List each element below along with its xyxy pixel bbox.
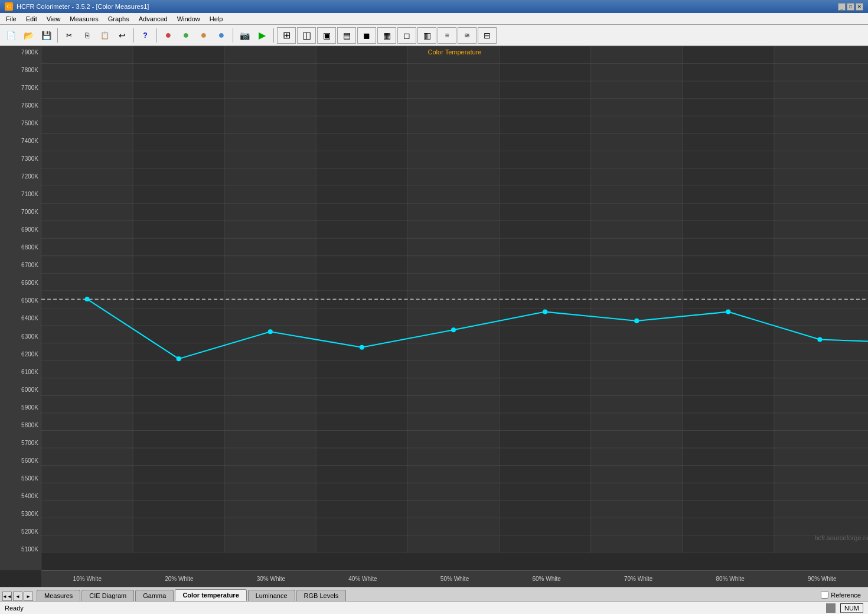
y-label-7900: 7900K xyxy=(2,48,38,57)
restore-button[interactable]: □ xyxy=(847,3,854,11)
chart-view-7[interactable]: ◻ xyxy=(397,27,416,44)
status-icon xyxy=(826,603,836,613)
play-button[interactable]: ▶ xyxy=(254,27,270,44)
watermark: hcfr.sourceforge.net xyxy=(814,534,868,541)
paste-button[interactable]: 📋 xyxy=(96,27,113,44)
data-point-50 xyxy=(451,327,456,332)
close-button[interactable]: ✕ xyxy=(856,3,863,11)
chart-view-6[interactable]: ▦ xyxy=(377,27,396,44)
open-button[interactable]: 📂 xyxy=(20,27,37,44)
tab-color-temperature[interactable]: Color temperature xyxy=(175,589,246,601)
y-axis: 7900K 7800K 7700K 7600K 7500K 7400K 7300… xyxy=(0,46,41,570)
tab-rgb-levels[interactable]: RGB Levels xyxy=(296,590,347,601)
y-label-5400: 5400K xyxy=(2,492,38,501)
chart-view-5[interactable]: ◼ xyxy=(357,27,376,44)
tab-gamma[interactable]: Gamma xyxy=(135,590,174,601)
x-label-30: 30% White xyxy=(225,571,317,587)
menu-advanced[interactable]: Advanced xyxy=(134,14,172,24)
color1-button[interactable]: ● xyxy=(160,27,177,44)
y-label-6000: 6000K xyxy=(2,386,38,394)
menubar: File Edit View Measures Graphs Advanced … xyxy=(0,13,868,25)
statusbar: Ready NUM xyxy=(0,601,868,614)
chart-view-11[interactable]: ⊟ xyxy=(478,27,497,44)
y-label-7400: 7400K xyxy=(2,137,38,145)
color3-button[interactable]: ● xyxy=(195,27,212,44)
help-button[interactable]: ? xyxy=(137,27,154,44)
num-lock-indicator: NUM xyxy=(840,603,863,613)
y-label-5800: 5800K xyxy=(2,421,38,430)
chart-view-3[interactable]: ▣ xyxy=(317,27,336,44)
separator-1 xyxy=(57,28,58,43)
chart-view-2[interactable]: ◫ xyxy=(297,27,316,44)
nav-prev[interactable]: ◄ xyxy=(13,592,22,601)
y-label-7800: 7800K xyxy=(2,66,38,74)
tab-measures[interactable]: Measures xyxy=(37,590,80,601)
x-label-70: 70% White xyxy=(592,571,684,587)
y-label-6200: 6200K xyxy=(2,350,38,359)
chart-view-4[interactable]: ▤ xyxy=(337,27,356,44)
camera-button[interactable]: 📷 xyxy=(236,27,253,44)
menu-edit[interactable]: Edit xyxy=(21,14,42,24)
chart-view-10[interactable]: ≋ xyxy=(458,27,477,44)
y-label-7200: 7200K xyxy=(2,173,38,181)
titlebar-left: C HCFR Colorimeter - 3.5.2 - [Color Meas… xyxy=(5,2,149,11)
y-label-6400: 6400K xyxy=(2,314,38,323)
y-label-5100: 5100K xyxy=(2,545,38,554)
toolbar: 📄 📂 💾 ✂ ⎘ 📋 ↩ ? ● ● ● ● 📷 ▶ ⊞ ◫ ▣ ▤ ◼ ▦ … xyxy=(0,25,868,46)
y-label-6500: 6500K xyxy=(2,297,38,305)
x-label-10: 10% White xyxy=(41,571,133,587)
data-point-40 xyxy=(360,345,364,350)
y-label-6600: 6600K xyxy=(2,279,38,287)
chart-title: Color Temperature xyxy=(428,48,482,56)
y-label-5700: 5700K xyxy=(2,439,38,447)
data-point-60 xyxy=(543,310,547,314)
titlebar-buttons[interactable]: _ □ ✕ xyxy=(838,3,863,11)
save-button[interactable]: 💾 xyxy=(38,27,54,44)
menu-view[interactable]: View xyxy=(42,14,66,24)
menu-window[interactable]: Window xyxy=(172,14,205,24)
color4-button[interactable]: ● xyxy=(213,27,230,44)
y-label-6900: 6900K xyxy=(2,226,38,234)
menu-graphs[interactable]: Graphs xyxy=(103,14,134,24)
titlebar: C HCFR Colorimeter - 3.5.2 - [Color Meas… xyxy=(0,0,868,13)
y-label-5600: 5600K xyxy=(2,457,38,465)
y-label-6100: 6100K xyxy=(2,368,38,376)
x-label-40: 40% White xyxy=(317,571,409,587)
chart-view-8[interactable]: ▥ xyxy=(417,27,436,44)
chart-view-9[interactable]: ≡ xyxy=(438,27,456,44)
x-label-90: 90% White xyxy=(776,571,869,587)
y-label-7000: 7000K xyxy=(2,208,38,216)
data-point-90 xyxy=(817,337,822,342)
chart-svg: hcfr.sourceforge.net xyxy=(41,46,868,570)
reference-checkbox[interactable] xyxy=(821,591,828,599)
x-axis: 10% White 20% White 30% White 40% White … xyxy=(41,570,868,587)
data-point-10 xyxy=(85,297,90,301)
menu-measures[interactable]: Measures xyxy=(65,14,103,24)
tab-luminance[interactable]: Luminance xyxy=(248,590,295,601)
separator-2 xyxy=(133,28,134,43)
chart-wrapper: 7900K 7800K 7700K 7600K 7500K 7400K 7300… xyxy=(0,46,868,587)
nav-first[interactable]: ◄◄ xyxy=(2,592,12,601)
nav-buttons: ◄◄ ◄ ► xyxy=(2,592,33,601)
data-point-20 xyxy=(177,356,181,361)
reference-label[interactable]: Reference xyxy=(831,592,861,599)
menu-file[interactable]: File xyxy=(1,14,21,24)
data-point-80 xyxy=(726,310,730,314)
app-icon: C xyxy=(5,2,13,11)
tab-cie-diagram[interactable]: CIE Diagram xyxy=(81,590,134,601)
separator-5 xyxy=(273,28,274,43)
y-label-5200: 5200K xyxy=(2,528,38,536)
y-label-6800: 6800K xyxy=(2,243,38,252)
chart-view-1[interactable]: ⊞ xyxy=(277,27,296,44)
x-label-50: 50% White xyxy=(409,571,501,587)
undo-button[interactable]: ↩ xyxy=(114,27,130,44)
menu-help[interactable]: Help xyxy=(205,14,228,24)
new-button[interactable]: 📄 xyxy=(2,27,19,44)
cut-button[interactable]: ✂ xyxy=(61,27,77,44)
tabbar: ◄◄ ◄ ► Measures CIE Diagram Gamma Color … xyxy=(0,587,868,601)
nav-next[interactable]: ► xyxy=(24,592,33,601)
minimize-button[interactable]: _ xyxy=(838,3,846,11)
copy-button[interactable]: ⎘ xyxy=(79,27,95,44)
color2-button[interactable]: ● xyxy=(178,27,194,44)
y-label-7600: 7600K xyxy=(2,102,38,110)
